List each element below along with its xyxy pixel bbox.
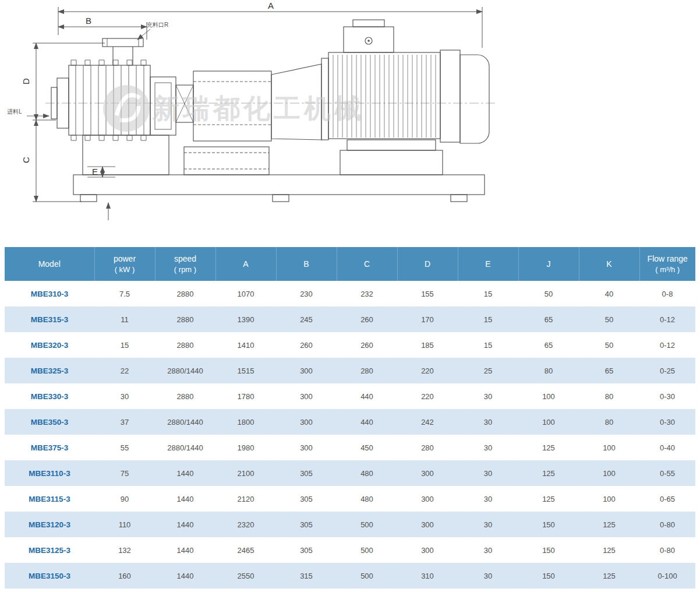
spec-cell: 1440 [155,512,215,537]
spec-cell: 75 [94,460,155,486]
spec-cell: 2880/1440 [155,358,215,383]
spec-cell: 65 [518,332,579,358]
spec-cell: 0-30 [639,383,695,409]
column-header: J [518,247,579,281]
spec-cell: 0-100 [639,563,695,589]
spec-table-section: Modelpower( kW )speed( rpm )ABCDEJKFlow … [0,247,700,589]
spec-cell: 15 [94,332,155,358]
spec-cell: 2320 [215,512,276,537]
spec-cell: 2880 [155,332,215,358]
spec-cell: 1980 [215,435,276,460]
dim-label-b: B [86,16,91,26]
model-cell: MBE315-3 [5,306,94,332]
spec-cell: 125 [518,435,579,460]
inlet-port-label: 进料L [7,108,22,115]
motor-junction-box [344,20,394,52]
spec-cell: 1800 [215,409,276,435]
spec-cell: 185 [397,332,458,358]
spec-cell: 300 [276,383,337,409]
spec-cell: 150 [518,537,579,563]
spec-cell: 100 [579,435,639,460]
spec-cell: 440 [337,409,397,435]
spec-cell: 440 [337,383,397,409]
column-header: D [397,247,458,281]
model-cell: MBE310-3 [5,281,94,306]
spec-cell: 100 [579,460,639,486]
spec-cell: 0-12 [639,332,695,358]
spec-cell: 1440 [155,460,215,486]
dim-label-d: D [21,78,31,84]
spec-cell: 150 [518,512,579,537]
table-row: MBE350-3372880/1440180030044024230100800… [5,409,695,435]
spec-cell: 1780 [215,383,276,409]
spec-cell: 90 [94,486,155,512]
base-frame [73,135,485,202]
spec-cell: 150 [518,563,579,589]
spec-cell: 125 [518,486,579,512]
spec-cell: 155 [397,281,458,306]
table-row: MBE3125-313214402465305500300301501250-8… [5,537,695,563]
spec-cell: 1410 [215,332,276,358]
spec-cell: 1390 [215,306,276,332]
spec-cell: 0-80 [639,537,695,563]
spec-cell: 2880 [155,281,215,306]
column-header: power( kW ) [94,247,155,281]
spec-cell: 300 [397,537,458,563]
spec-cell: 242 [397,409,458,435]
table-row: MBE325-3222880/144015153002802202580650-… [5,358,695,383]
model-cell: MBE325-3 [5,358,94,383]
column-header: C [337,247,397,281]
column-header: Flow range( m³/h ) [639,247,695,281]
column-header: B [276,247,337,281]
spec-cell: 15 [458,306,518,332]
spec-cell: 30 [458,460,518,486]
spec-cell: 232 [337,281,397,306]
spec-cell: 15 [458,281,518,306]
table-row: MBE310-37.5288010702302321551550400-8 [5,281,695,306]
spec-cell: 40 [579,281,639,306]
spec-cell: 50 [579,306,639,332]
spec-cell: 300 [397,512,458,537]
spec-cell: 305 [276,486,337,512]
spec-cell: 2880/1440 [155,409,215,435]
model-cell: MBE350-3 [5,409,94,435]
spec-cell: 300 [397,486,458,512]
spec-cell: 2120 [215,486,276,512]
column-header: E [458,247,518,281]
column-header: Model [5,247,94,281]
spec-cell: 0-12 [639,306,695,332]
spec-cell: 220 [397,383,458,409]
spec-cell: 480 [337,460,397,486]
spec-cell: 30 [458,512,518,537]
spec-cell: 2550 [215,563,276,589]
spec-cell: 2465 [215,537,276,563]
spec-cell: 0-65 [639,486,695,512]
spec-cell: 2100 [215,460,276,486]
spec-cell: 30 [458,383,518,409]
model-cell: MBE3120-3 [5,512,94,537]
spec-cell: 30 [458,537,518,563]
spec-cell: 305 [276,537,337,563]
spec-table-body: MBE310-37.5288010702302321551550400-8MBE… [5,281,695,589]
spec-cell: 22 [94,358,155,383]
spec-cell: 125 [579,537,639,563]
spec-cell: 2880 [155,383,215,409]
spec-cell: 500 [337,537,397,563]
spec-cell: 0-40 [639,435,695,460]
spec-cell: 11 [94,306,155,332]
spec-cell: 30 [458,563,518,589]
spec-table-header-row: Modelpower( kW )speed( rpm )ABCDEJKFlow … [5,247,695,281]
dim-label-e: E [92,167,98,177]
spec-cell: 260 [337,306,397,332]
table-row: MBE375-3552880/1440198030045028030125100… [5,435,695,460]
spec-cell: 0-80 [639,512,695,537]
spec-cell: 7.5 [94,281,155,306]
spec-cell: 110 [94,512,155,537]
spec-cell: 260 [276,332,337,358]
model-cell: MBE375-3 [5,435,94,460]
spec-cell: 50 [518,281,579,306]
table-row: MBE3115-39014402120305480300301251000-65 [5,486,695,512]
spec-cell: 30 [458,435,518,460]
spec-cell: 1440 [155,563,215,589]
spec-cell: 280 [397,435,458,460]
